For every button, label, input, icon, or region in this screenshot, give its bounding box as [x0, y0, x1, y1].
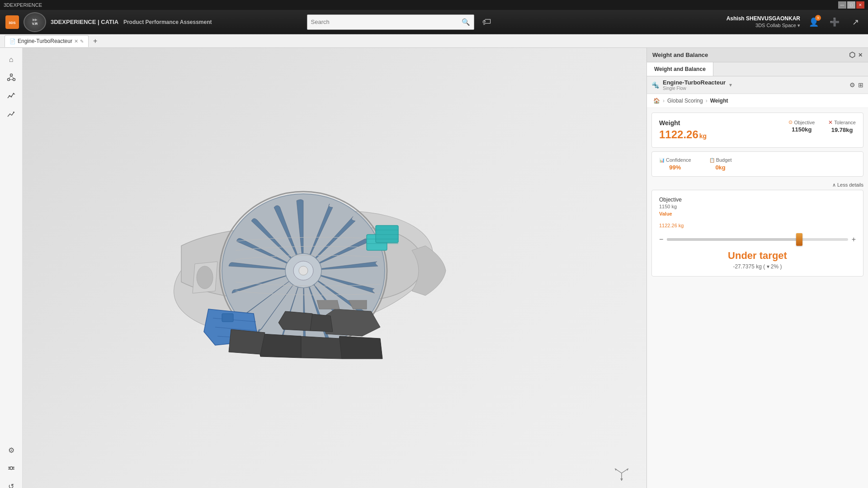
- window-title: 3DEXPERIENCE: [4, 2, 42, 8]
- confidence-icon: 📊: [659, 158, 665, 163]
- slider-container[interactable]: − +: [659, 235, 856, 244]
- panel-content: Weight 1122.26 kg ⊙ Objective 1150k: [647, 108, 868, 488]
- user-space: 3DS Collab Space: [755, 23, 796, 28]
- tolerance-icon: ✕: [828, 119, 833, 126]
- panel-product-sub: Single Flow: [663, 86, 726, 91]
- tab-close-icon[interactable]: ✕: [74, 38, 78, 44]
- svg-line-6: [11, 76, 14, 79]
- under-target-pct: (: [763, 263, 765, 270]
- svg-point-32: [197, 266, 213, 289]
- main-area: ⌂ ⚙: [0, 48, 868, 488]
- minimize-button[interactable]: —: [838, 1, 846, 9]
- svg-point-15: [10, 467, 13, 469]
- objective-stat: ⊙ Objective 1150kg: [788, 119, 815, 133]
- add-button[interactable]: ➕: [827, 15, 842, 29]
- weight-main: Weight 1122.26 kg ⊙ Objective 1150k: [659, 119, 856, 141]
- slider-track[interactable]: [667, 238, 848, 241]
- topbar-right: Ashish SHENVUSGAONKAR 3DS Collab Space ▾…: [726, 15, 863, 29]
- panel-actions: ⚙ ⊞: [849, 81, 863, 89]
- tolerance-label: ✕ Tolerance: [828, 119, 856, 126]
- objective-label: ⊙ Objective: [788, 119, 815, 125]
- slider-minus-button[interactable]: −: [659, 235, 663, 244]
- svg-text:3DS: 3DS: [9, 21, 16, 25]
- svg-rect-23: [376, 225, 398, 243]
- breadcrumb-weight[interactable]: Weight: [710, 98, 728, 104]
- sidebar-network-icon[interactable]: [3, 70, 19, 86]
- under-target-sub: -27.7375 kg ( ▾ 2% ): [659, 263, 856, 270]
- confidence-item: 📊 Confidence 99%: [659, 157, 691, 171]
- app-subtitle: Product Performance Assessment: [123, 19, 212, 25]
- panel-filter-button[interactable]: ⚙: [849, 81, 855, 89]
- topbar: 3DS ▶▶ V.R 3DEXPERIENCE | CATIA Product …: [0, 10, 868, 34]
- engine-model: [145, 137, 462, 408]
- tab-weight-balance[interactable]: Weight and Balance: [647, 62, 713, 76]
- search-icon[interactable]: 🔍: [462, 18, 470, 26]
- objective-value: 1150kg: [788, 126, 815, 133]
- sidebar-home-icon[interactable]: ⌂: [3, 52, 19, 68]
- slider-thumb[interactable]: [796, 233, 802, 246]
- compass-button[interactable]: ▶▶ V.R: [24, 12, 46, 32]
- share-button[interactable]: ↗: [848, 15, 863, 29]
- tolerance-value: 19.78kg: [828, 127, 856, 133]
- panel-product-name: Engine-TurboReacteur: [663, 79, 726, 86]
- panel-dropdown-icon[interactable]: ▾: [729, 82, 732, 88]
- slider-fill: [667, 238, 799, 241]
- search-bar[interactable]: 🔍: [307, 14, 474, 30]
- viewport[interactable]: ∧: [23, 48, 646, 488]
- panel-expand-icon[interactable]: ⬡: [849, 51, 855, 59]
- app-title: 3DEXPERIENCE | CATIA Product Performance…: [51, 19, 212, 25]
- objective-value-kg: 1150 kg: [659, 204, 856, 209]
- breadcrumb-home[interactable]: 🏠: [653, 98, 660, 104]
- objective-title: Objective: [659, 197, 856, 203]
- svg-point-20: [299, 266, 308, 275]
- svg-line-5: [9, 76, 11, 79]
- sidebar-refresh-icon[interactable]: ↺: [3, 478, 19, 488]
- weight-unit: kg: [699, 132, 707, 140]
- panel-breadcrumb: 🏠 › Global Scoring › Weight: [647, 94, 868, 108]
- tolerance-stat: ✕ Tolerance 19.78kg: [828, 119, 856, 133]
- active-tab[interactable]: 📄 Engine-TurboReacteur ✕ ✎: [5, 35, 89, 47]
- budget-item: 📋 Budget 0kg: [709, 157, 732, 171]
- confidence-value: 99%: [659, 164, 691, 171]
- tag-button[interactable]: 🏷: [479, 14, 495, 30]
- svg-rect-31: [222, 314, 233, 322]
- panel-close-icon[interactable]: ✕: [858, 52, 863, 58]
- close-button[interactable]: ✕: [856, 1, 864, 9]
- under-target-label: Under target: [659, 250, 856, 262]
- slider-plus-button[interactable]: +: [852, 235, 856, 244]
- logo-icon: 3DS: [5, 15, 19, 29]
- app-brand: 3DEXPERIENCE | CATIA: [51, 19, 118, 25]
- window-controls: — □ ✕: [838, 1, 864, 9]
- profile-button[interactable]: 👤 9: [807, 15, 821, 29]
- panel-header: Weight and Balance ⬡ ✕: [647, 48, 868, 62]
- panel-product-icon: 🔩: [651, 81, 659, 89]
- panel-subheader: 🔩 Engine-TurboReacteur Single Flow ▾ ⚙ ⊞: [647, 76, 868, 94]
- svg-point-8: [9, 95, 10, 97]
- budget-value: 0kg: [709, 164, 732, 171]
- left-sidebar: ⌂ ⚙: [0, 48, 23, 488]
- search-input[interactable]: [311, 19, 462, 25]
- weight-stats: ⊙ Objective 1150kg ✕ Tolerance 19.78kg: [788, 119, 856, 133]
- svg-point-4: [13, 79, 15, 81]
- panel-view-button[interactable]: ⊞: [858, 81, 863, 89]
- tabbar: 📄 Engine-TurboReacteur ✕ ✎ +: [0, 34, 868, 48]
- weight-card: Weight 1122.26 kg ⊙ Objective 1150k: [651, 113, 863, 148]
- svg-point-9: [10, 96, 12, 98]
- right-panel: Weight and Balance ⬡ ✕ Weight and Balanc…: [646, 48, 868, 488]
- maximize-button[interactable]: □: [847, 1, 855, 9]
- value-label: Value: [659, 211, 856, 216]
- sidebar-trend-icon[interactable]: [3, 106, 19, 122]
- breadcrumb-global-scoring[interactable]: Global Scoring: [667, 98, 703, 104]
- sidebar-chart-icon[interactable]: [3, 88, 19, 104]
- tab-edit-icon[interactable]: ✎: [80, 39, 84, 44]
- user-info: Ashish SHENVUSGAONKAR 3DS Collab Space ▾: [726, 15, 800, 29]
- objective-section: Objective 1150 kg Value 1122.26 kg − +: [651, 190, 863, 277]
- add-tab-button[interactable]: +: [90, 36, 100, 46]
- weight-label: Weight: [659, 119, 707, 127]
- sidebar-settings-icon[interactable]: ⚙: [3, 442, 19, 458]
- less-details-button[interactable]: ∧ Less details: [651, 180, 863, 190]
- value-kg: 1122.26 kg: [659, 223, 856, 228]
- svg-marker-38: [620, 479, 623, 481]
- sidebar-tools-icon[interactable]: [3, 460, 19, 476]
- tab-label: Engine-TurboReacteur: [18, 38, 72, 44]
